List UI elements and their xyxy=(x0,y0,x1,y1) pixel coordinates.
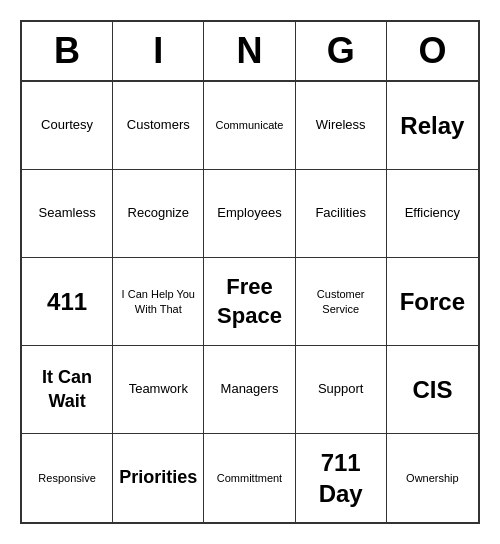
bingo-cell: 711 Day xyxy=(296,434,387,522)
bingo-cell: Seamless xyxy=(22,170,113,258)
bingo-cell: It Can Wait xyxy=(22,346,113,434)
header-letter: G xyxy=(296,22,387,80)
bingo-cell: Employees xyxy=(204,170,295,258)
bingo-cell: Facilities xyxy=(296,170,387,258)
bingo-cell: Responsive xyxy=(22,434,113,522)
bingo-cell: Recognize xyxy=(113,170,204,258)
bingo-cell: Priorities xyxy=(113,434,204,522)
bingo-cell: I Can Help You With That xyxy=(113,258,204,346)
bingo-cell: Managers xyxy=(204,346,295,434)
bingo-cell: 411 xyxy=(22,258,113,346)
header-letter: N xyxy=(204,22,295,80)
bingo-cell: CIS xyxy=(387,346,478,434)
bingo-cell: Free Space xyxy=(204,258,295,346)
bingo-cell: Customers xyxy=(113,82,204,170)
bingo-cell: Support xyxy=(296,346,387,434)
bingo-cell: Committment xyxy=(204,434,295,522)
header-letter: O xyxy=(387,22,478,80)
header-letter: B xyxy=(22,22,113,80)
bingo-cell: Communicate xyxy=(204,82,295,170)
bingo-grid: CourtesyCustomersCommunicateWirelessRela… xyxy=(22,82,478,522)
header-letter: I xyxy=(113,22,204,80)
bingo-header: BINGO xyxy=(22,22,478,82)
bingo-cell: Customer Service xyxy=(296,258,387,346)
bingo-cell: Ownership xyxy=(387,434,478,522)
bingo-cell: Wireless xyxy=(296,82,387,170)
bingo-cell: Courtesy xyxy=(22,82,113,170)
bingo-cell: Teamwork xyxy=(113,346,204,434)
bingo-cell: Force xyxy=(387,258,478,346)
bingo-cell: Relay xyxy=(387,82,478,170)
bingo-cell: Efficiency xyxy=(387,170,478,258)
bingo-card: BINGO CourtesyCustomersCommunicateWirele… xyxy=(20,20,480,524)
